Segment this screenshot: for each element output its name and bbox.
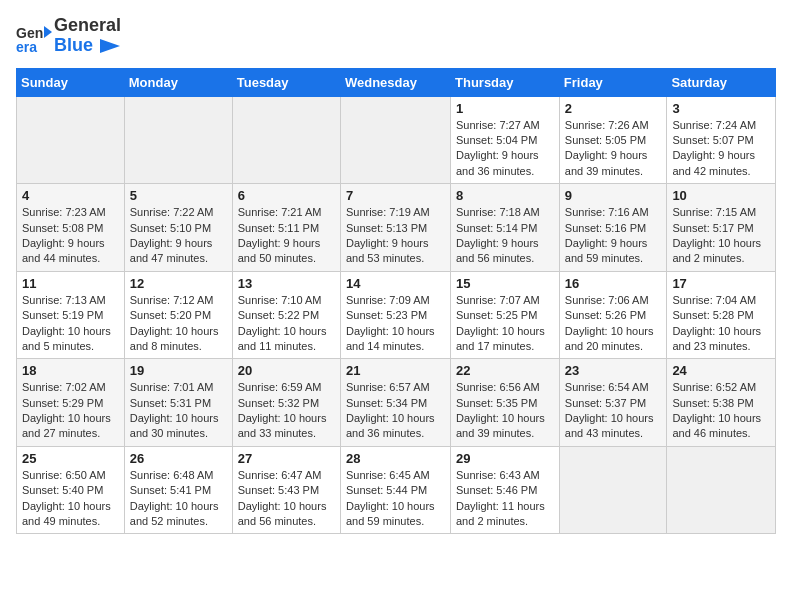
- day-number: 23: [565, 363, 662, 378]
- day-number: 2: [565, 101, 662, 116]
- calendar-cell: 23Sunrise: 6:54 AM Sunset: 5:37 PM Dayli…: [559, 359, 667, 447]
- logo-blue: Blue: [54, 35, 93, 55]
- day-info: Sunrise: 7:19 AM Sunset: 5:13 PM Dayligh…: [346, 205, 445, 267]
- calendar-cell: 16Sunrise: 7:06 AM Sunset: 5:26 PM Dayli…: [559, 271, 667, 359]
- calendar-cell: 7Sunrise: 7:19 AM Sunset: 5:13 PM Daylig…: [340, 184, 450, 272]
- day-info: Sunrise: 7:27 AM Sunset: 5:04 PM Dayligh…: [456, 118, 554, 180]
- calendar-cell: 3Sunrise: 7:24 AM Sunset: 5:07 PM Daylig…: [667, 96, 776, 184]
- day-number: 3: [672, 101, 770, 116]
- calendar-cell: 1Sunrise: 7:27 AM Sunset: 5:04 PM Daylig…: [451, 96, 560, 184]
- day-info: Sunrise: 7:04 AM Sunset: 5:28 PM Dayligh…: [672, 293, 770, 355]
- calendar-cell: 15Sunrise: 7:07 AM Sunset: 5:25 PM Dayli…: [451, 271, 560, 359]
- day-number: 29: [456, 451, 554, 466]
- logo: Gen era General Blue: [16, 16, 121, 56]
- day-info: Sunrise: 6:45 AM Sunset: 5:44 PM Dayligh…: [346, 468, 445, 530]
- day-number: 18: [22, 363, 119, 378]
- calendar-cell: 24Sunrise: 6:52 AM Sunset: 5:38 PM Dayli…: [667, 359, 776, 447]
- day-number: 5: [130, 188, 227, 203]
- svg-marker-2: [44, 26, 52, 38]
- day-number: 16: [565, 276, 662, 291]
- day-number: 26: [130, 451, 227, 466]
- day-number: 8: [456, 188, 554, 203]
- day-info: Sunrise: 6:52 AM Sunset: 5:38 PM Dayligh…: [672, 380, 770, 442]
- calendar-cell: 18Sunrise: 7:02 AM Sunset: 5:29 PM Dayli…: [17, 359, 125, 447]
- calendar-cell: [559, 446, 667, 534]
- day-number: 15: [456, 276, 554, 291]
- day-number: 10: [672, 188, 770, 203]
- calendar-table: SundayMondayTuesdayWednesdayThursdayFrid…: [16, 68, 776, 535]
- calendar-cell: [232, 96, 340, 184]
- calendar-cell: 14Sunrise: 7:09 AM Sunset: 5:23 PM Dayli…: [340, 271, 450, 359]
- day-info: Sunrise: 6:56 AM Sunset: 5:35 PM Dayligh…: [456, 380, 554, 442]
- day-info: Sunrise: 6:47 AM Sunset: 5:43 PM Dayligh…: [238, 468, 335, 530]
- day-info: Sunrise: 7:13 AM Sunset: 5:19 PM Dayligh…: [22, 293, 119, 355]
- calendar-cell: 20Sunrise: 6:59 AM Sunset: 5:32 PM Dayli…: [232, 359, 340, 447]
- day-info: Sunrise: 7:09 AM Sunset: 5:23 PM Dayligh…: [346, 293, 445, 355]
- weekday-header-monday: Monday: [124, 68, 232, 96]
- day-info: Sunrise: 7:24 AM Sunset: 5:07 PM Dayligh…: [672, 118, 770, 180]
- day-number: 24: [672, 363, 770, 378]
- day-info: Sunrise: 7:06 AM Sunset: 5:26 PM Dayligh…: [565, 293, 662, 355]
- weekday-header-sunday: Sunday: [17, 68, 125, 96]
- weekday-header-tuesday: Tuesday: [232, 68, 340, 96]
- day-info: Sunrise: 6:54 AM Sunset: 5:37 PM Dayligh…: [565, 380, 662, 442]
- svg-marker-3: [100, 39, 120, 53]
- day-number: 7: [346, 188, 445, 203]
- weekday-header-wednesday: Wednesday: [340, 68, 450, 96]
- calendar-cell: 4Sunrise: 7:23 AM Sunset: 5:08 PM Daylig…: [17, 184, 125, 272]
- calendar-cell: [124, 96, 232, 184]
- calendar-cell: 26Sunrise: 6:48 AM Sunset: 5:41 PM Dayli…: [124, 446, 232, 534]
- day-number: 27: [238, 451, 335, 466]
- svg-text:era: era: [16, 39, 37, 54]
- calendar-cell: 22Sunrise: 6:56 AM Sunset: 5:35 PM Dayli…: [451, 359, 560, 447]
- day-info: Sunrise: 6:50 AM Sunset: 5:40 PM Dayligh…: [22, 468, 119, 530]
- day-info: Sunrise: 7:02 AM Sunset: 5:29 PM Dayligh…: [22, 380, 119, 442]
- calendar-cell: 28Sunrise: 6:45 AM Sunset: 5:44 PM Dayli…: [340, 446, 450, 534]
- calendar-cell: 19Sunrise: 7:01 AM Sunset: 5:31 PM Dayli…: [124, 359, 232, 447]
- day-info: Sunrise: 6:59 AM Sunset: 5:32 PM Dayligh…: [238, 380, 335, 442]
- weekday-header-thursday: Thursday: [451, 68, 560, 96]
- calendar-cell: 6Sunrise: 7:21 AM Sunset: 5:11 PM Daylig…: [232, 184, 340, 272]
- calendar-cell: 11Sunrise: 7:13 AM Sunset: 5:19 PM Dayli…: [17, 271, 125, 359]
- day-number: 20: [238, 363, 335, 378]
- calendar-cell: [340, 96, 450, 184]
- day-number: 13: [238, 276, 335, 291]
- day-info: Sunrise: 7:26 AM Sunset: 5:05 PM Dayligh…: [565, 118, 662, 180]
- day-info: Sunrise: 7:21 AM Sunset: 5:11 PM Dayligh…: [238, 205, 335, 267]
- weekday-header-saturday: Saturday: [667, 68, 776, 96]
- calendar-cell: 8Sunrise: 7:18 AM Sunset: 5:14 PM Daylig…: [451, 184, 560, 272]
- day-info: Sunrise: 7:23 AM Sunset: 5:08 PM Dayligh…: [22, 205, 119, 267]
- day-number: 9: [565, 188, 662, 203]
- calendar-cell: 25Sunrise: 6:50 AM Sunset: 5:40 PM Dayli…: [17, 446, 125, 534]
- day-number: 21: [346, 363, 445, 378]
- calendar-cell: 27Sunrise: 6:47 AM Sunset: 5:43 PM Dayli…: [232, 446, 340, 534]
- calendar-cell: 21Sunrise: 6:57 AM Sunset: 5:34 PM Dayli…: [340, 359, 450, 447]
- weekday-header-friday: Friday: [559, 68, 667, 96]
- logo-general: General: [54, 15, 121, 35]
- day-info: Sunrise: 6:43 AM Sunset: 5:46 PM Dayligh…: [456, 468, 554, 530]
- day-info: Sunrise: 7:01 AM Sunset: 5:31 PM Dayligh…: [130, 380, 227, 442]
- calendar-cell: 12Sunrise: 7:12 AM Sunset: 5:20 PM Dayli…: [124, 271, 232, 359]
- day-info: Sunrise: 7:22 AM Sunset: 5:10 PM Dayligh…: [130, 205, 227, 267]
- day-number: 12: [130, 276, 227, 291]
- day-number: 1: [456, 101, 554, 116]
- day-info: Sunrise: 7:15 AM Sunset: 5:17 PM Dayligh…: [672, 205, 770, 267]
- day-number: 4: [22, 188, 119, 203]
- day-number: 14: [346, 276, 445, 291]
- calendar-cell: [667, 446, 776, 534]
- day-number: 6: [238, 188, 335, 203]
- calendar-cell: 17Sunrise: 7:04 AM Sunset: 5:28 PM Dayli…: [667, 271, 776, 359]
- day-info: Sunrise: 6:48 AM Sunset: 5:41 PM Dayligh…: [130, 468, 227, 530]
- calendar-cell: 29Sunrise: 6:43 AM Sunset: 5:46 PM Dayli…: [451, 446, 560, 534]
- day-number: 22: [456, 363, 554, 378]
- day-number: 17: [672, 276, 770, 291]
- calendar-cell: 2Sunrise: 7:26 AM Sunset: 5:05 PM Daylig…: [559, 96, 667, 184]
- calendar-cell: [17, 96, 125, 184]
- calendar-cell: 5Sunrise: 7:22 AM Sunset: 5:10 PM Daylig…: [124, 184, 232, 272]
- day-number: 19: [130, 363, 227, 378]
- day-number: 11: [22, 276, 119, 291]
- day-number: 28: [346, 451, 445, 466]
- page-header: Gen era General Blue: [16, 16, 776, 56]
- day-number: 25: [22, 451, 119, 466]
- calendar-cell: 10Sunrise: 7:15 AM Sunset: 5:17 PM Dayli…: [667, 184, 776, 272]
